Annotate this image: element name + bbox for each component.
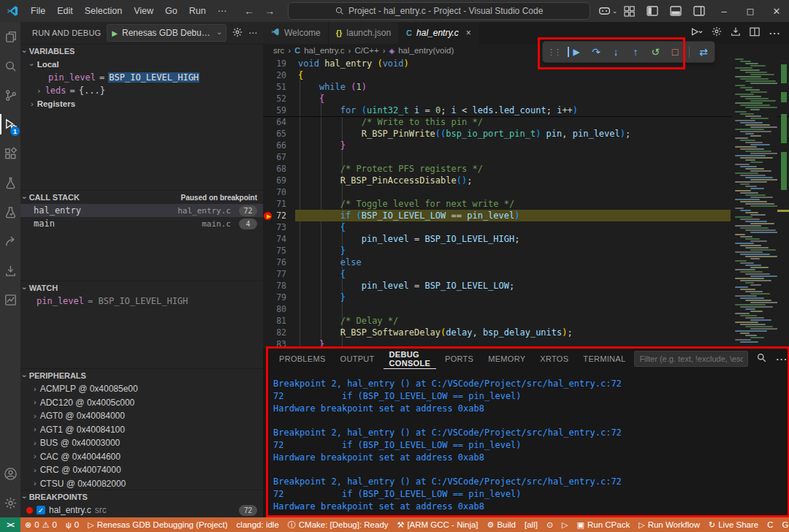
language-mode[interactable]: C (763, 517, 777, 532)
panel-tab-memory[interactable]: MEMORY (482, 349, 531, 368)
clangd-status[interactable]: clangd: idle (232, 517, 283, 532)
cmake-kit[interactable]: ⚒[ARM GCC - Ninja] (393, 517, 483, 532)
overview-ruler[interactable] (777, 57, 789, 349)
tab-launch-json[interactable]: {}launch.json (329, 22, 399, 44)
toggle-secondary-sidebar-icon[interactable] (688, 0, 710, 22)
variables-registers[interactable]: ›Registers (20, 97, 263, 110)
problems[interactable]: ⊗0⚠0 (20, 517, 61, 532)
variables-header[interactable]: ›VARIABLES (20, 45, 263, 58)
code-line[interactable]: 67 (263, 151, 789, 163)
code-line[interactable]: 68 /* Protect PFS registers */ (263, 163, 789, 175)
activity-item-accounts-icon[interactable] (0, 459, 20, 488)
panel-tab-problems[interactable]: PROBLEMS (273, 349, 332, 368)
breadcrumb-item[interactable]: src (273, 46, 284, 55)
menu-view[interactable]: View (128, 6, 159, 16)
code-line[interactable]: 70 (263, 186, 789, 198)
activity-item-extensions-icon[interactable] (0, 139, 20, 168)
code-line[interactable]: 81 /* Delay */ (263, 315, 789, 327)
variables-scope-local[interactable]: ›Local (20, 58, 263, 71)
code-line[interactable]: 74 pin_level = BSP_IO_LEVEL_HIGH; (263, 233, 789, 245)
toggle-primary-sidebar-icon[interactable] (641, 0, 663, 22)
console-filter-input[interactable] (634, 351, 748, 367)
start-debug-icon[interactable]: ▶ (112, 29, 118, 37)
more-actions-icon[interactable]: ⋯ (248, 28, 257, 38)
menu-edit[interactable]: Edit (51, 6, 79, 16)
tab-welcome[interactable]: Welcome (263, 22, 329, 44)
copilot-icon[interactable]: ⌄ (598, 0, 618, 22)
menu-more[interactable]: ⋯ (212, 0, 233, 22)
panel-tab-terminal[interactable]: TERMINAL (577, 349, 631, 368)
watch-row[interactable]: pin_level = BSP_IO_LEVEL_HIGH (20, 294, 263, 308)
code-editor[interactable]: 19void hal_entry (void)20{51 while (1)52… (263, 57, 789, 349)
cmake-launch[interactable]: ▷ (557, 517, 572, 532)
code-line[interactable]: 65 R_BSP_PinWrite((bsp_io_port_pin_t) pi… (263, 128, 789, 140)
activity-item-e2-studio-icon[interactable] (0, 197, 20, 227)
run-or-debug-dropdown[interactable] (690, 26, 703, 39)
more-actions-icon[interactable]: ⋯ (769, 26, 780, 40)
cmake-generator[interactable]: Generic (778, 517, 789, 532)
call-stack-header[interactable]: ›CALL STACK Paused on breakpoint (20, 191, 263, 204)
activity-item-testing-icon[interactable] (0, 168, 20, 197)
code-line[interactable]: 66 } (263, 140, 789, 151)
build-download-icon[interactable] (731, 26, 741, 39)
step-into-icon[interactable]: ↓ (610, 46, 622, 58)
code-line[interactable]: 51 while (1) (263, 81, 789, 93)
run-workflow[interactable]: ▷Run Workflow (634, 517, 704, 532)
activity-item-search-icon[interactable] (0, 51, 20, 80)
peripheral-row[interactable]: ›AGT1 @ 0x40084100 (20, 423, 263, 437)
peripheral-row[interactable]: ›CTSU @ 0x40082000 (20, 477, 263, 491)
step-over-icon[interactable]: ↷ (590, 46, 602, 58)
code-line[interactable]: 77 { (263, 268, 789, 280)
panel-tab-ports[interactable]: PORTS (439, 349, 479, 368)
drag-handle-icon[interactable]: ⋮⋮ (548, 48, 560, 57)
cmake-build[interactable]: ⚙Build (483, 517, 520, 532)
menu-run[interactable]: Run (183, 6, 212, 16)
menu-go[interactable]: Go (159, 6, 183, 16)
activity-item-explorer-icon[interactable] (0, 22, 20, 51)
peripheral-row[interactable]: ›ACMPLP @ 0x40085e00 (20, 382, 263, 396)
activity-item-settings-icon[interactable] (0, 488, 20, 517)
peripherals-header[interactable]: ›PERIPHERALS (20, 369, 263, 382)
code-line[interactable]: 73 { (263, 221, 789, 233)
debug-settings-gear-icon[interactable] (232, 27, 243, 39)
stop-icon[interactable]: □ (669, 46, 681, 58)
variable-row[interactable]: ›leds = {...} (20, 84, 263, 97)
split-editor-icon[interactable] (750, 26, 760, 39)
code-line[interactable]: 75 } (263, 245, 789, 256)
live-share[interactable]: ↻Live Share (704, 517, 763, 532)
code-line[interactable]: 82 R_BSP_SoftwareDelay(delay, bsp_delay_… (263, 327, 789, 338)
peripheral-row[interactable]: ›ADC120 @ 0x4005c000 (20, 396, 263, 410)
peripheral-row[interactable]: ›AGT0 @ 0x40084000 (20, 409, 263, 423)
restart-icon[interactable]: ↺ (649, 46, 661, 58)
call-stack-frame[interactable]: mainmain.c4 (20, 217, 263, 230)
peripheral-row[interactable]: ›CAC @ 0x40044600 (20, 450, 263, 464)
customize-layout-icon[interactable] (618, 0, 640, 22)
minimize-button[interactable]: – (712, 0, 736, 22)
call-stack-frame[interactable]: hal_entryhal_entry.c72 (20, 204, 263, 217)
activity-item-peripheral-view-icon[interactable] (0, 285, 20, 314)
activity-item-live-share-icon[interactable] (0, 227, 20, 256)
code-line[interactable]: 52 { (263, 93, 789, 104)
menu-selection[interactable]: Selection (79, 6, 128, 16)
code-line[interactable]: 20{ (263, 69, 789, 81)
code-line[interactable]: 83 } (263, 338, 789, 349)
debug-session[interactable]: ▷Renesas GDB Debugging (Project) (83, 517, 232, 532)
launch-config-dropdown[interactable]: ▶ Renesas GDB Debugging › (107, 24, 226, 42)
minimap[interactable] (732, 57, 777, 349)
nav-forward-icon[interactable]: → (264, 5, 275, 17)
code-line[interactable]: 71 /* Toggle level for next write */ (263, 198, 789, 210)
breadcrumb-item[interactable]: hal_entry.c (304, 46, 344, 55)
ports-forwarded[interactable]: ψ0 (61, 517, 83, 532)
code-line[interactable]: 79 } (263, 292, 789, 303)
cmake-target[interactable]: [all] (520, 517, 542, 532)
panel-tab-debug-console[interactable]: DEBUG CONSOLE (384, 349, 436, 369)
breadcrumb-item[interactable]: hal_entry(void) (398, 46, 454, 55)
code-line[interactable]: 69 R_BSP_PinAccessDisable(); (263, 175, 789, 186)
toggle-panel-icon[interactable] (665, 0, 687, 22)
breadcrumb-item[interactable]: C/C++ (354, 46, 378, 55)
close-button[interactable]: ✕ (764, 0, 789, 22)
continue-icon[interactable]: ▶ (568, 47, 582, 57)
breakpoints-header[interactable]: ›BREAKPOINTS (20, 490, 263, 503)
menu-file[interactable]: File (25, 6, 51, 16)
remote-indicator[interactable]: >< (0, 517, 20, 532)
